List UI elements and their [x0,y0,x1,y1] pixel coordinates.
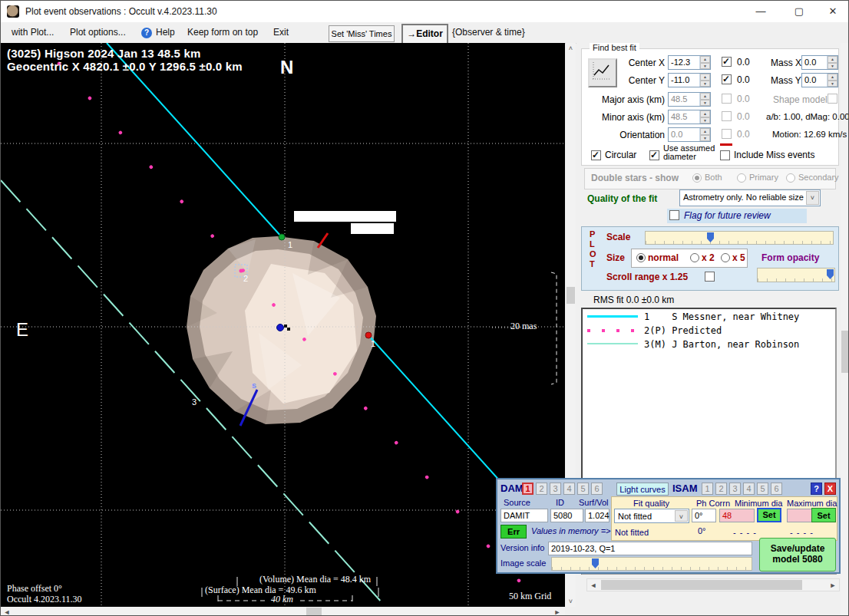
spinner-down-icon[interactable]: ▼ [700,117,710,124]
help-button[interactable]: ? [811,483,822,495]
close-panel-button[interactable]: X [824,483,836,495]
menu-plot-options[interactable]: Plot options... [70,27,126,38]
help-icon[interactable]: ? [141,28,152,38]
spinner-down-icon[interactable]: ▼ [828,63,837,70]
image-scale-slider-thumb[interactable] [592,558,599,568]
scale-slider-thumb[interactable] [707,232,714,242]
form-opacity-slider[interactable] [757,268,835,282]
isam-tab-6[interactable]: 6 [771,483,782,495]
scroll-right-icon[interactable]: ► [828,581,837,589]
spinner-up-icon[interactable]: ▲ [700,110,710,117]
damit-tab-2[interactable]: 2 [536,483,547,495]
form-opacity-slider-thumb[interactable] [827,269,834,279]
dropdown-arrow-icon[interactable]: ˅ [806,191,819,205]
spinner-down-icon[interactable]: ▼ [828,81,837,87]
scrollbar-thumb[interactable] [841,331,849,373]
scroll-down-icon[interactable]: ˅ [566,598,576,605]
quality-dropdown[interactable]: Astrometry only. No reliable size ˅ [679,189,821,206]
ph-corrn-value[interactable]: 0° [692,509,716,522]
fit-quality-dropdown[interactable]: Not fitted ˅ [614,509,689,523]
damit-tab-1[interactable]: 1 [522,483,534,495]
spinner-up-icon[interactable]: ▲ [700,128,710,135]
spinner-up-icon[interactable]: ▲ [700,56,710,63]
min-dia-value[interactable]: 48 [719,509,755,522]
editor-button[interactable]: →Editor [401,24,448,44]
scroll-range-checkbox[interactable] [705,272,715,282]
set-min-button[interactable]: Set [757,508,781,522]
use-assumed-label-2: diameter [663,152,696,161]
sky-plane-plot[interactable]: (3025) Higson 2024 Jan 13 48.5 km Geocen… [1,43,565,607]
spinner-down-icon[interactable]: ▼ [700,63,710,70]
menu-keep-on-top[interactable]: Keep form on top [187,27,258,38]
observer-row[interactable]: 3(M) J Barton, near Robinson [583,338,835,351]
menu-with-plot[interactable]: with Plot... [12,27,54,38]
observer-row[interactable]: 1 S Messner, near Whitney [583,311,835,323]
center-y-spinner[interactable]: -11.0 ▲▼ [668,73,711,87]
close-button[interactable]: ✕ [816,1,849,22]
scrollbar-thumb[interactable] [601,580,802,590]
use-assumed-diameter-checkbox[interactable]: ✓ [649,150,659,160]
isam-tab-1[interactable]: 1 [702,483,713,495]
spinner-down-icon[interactable]: ▼ [700,81,710,87]
light-curves-button[interactable]: Light curves [616,483,669,496]
major-axis-spinner[interactable]: 48.5 ▲▼ [668,92,711,107]
surfvol-value[interactable]: 1.024 [585,509,609,522]
err-button[interactable]: Err [500,525,527,539]
mass-y-spinner[interactable]: 0.0 ▲▼ [801,73,838,87]
spinner-down-icon[interactable]: ▼ [700,135,710,142]
size-normal-radio[interactable] [636,253,646,262]
spinner-up-icon[interactable]: ▲ [828,74,837,81]
center-y-zero-checkbox[interactable]: ✓ [722,74,732,84]
panel-horizontal-scrollbar[interactable]: ◄ ► [586,578,840,591]
orientation-spinner[interactable]: 0.0 ▲▼ [668,127,711,142]
mass-x-spinner[interactable]: 0.0 ▲▼ [801,55,838,70]
center-x-zero-checkbox[interactable]: ✓ [722,57,732,67]
scrollbar-thumb[interactable] [306,608,322,616]
maximize-button[interactable]: ▢ [782,1,816,22]
scroll-left-icon[interactable]: ◄ [589,581,598,589]
spinner-up-icon[interactable]: ▲ [700,74,710,81]
damit-panel: DAMIT 1 2 3 4 5 6 Light curves ISAM 1 2 … [496,478,841,574]
isam-tab-2[interactable]: 2 [715,483,727,495]
chord1-legend-line [587,315,638,318]
isam-tab-5[interactable]: 5 [757,483,768,495]
isam-tab-4[interactable]: 4 [743,483,755,495]
circular-checkbox[interactable]: ✓ [591,150,601,160]
scrollbar-thumb[interactable] [567,287,575,304]
id-value[interactable]: 5080 [550,509,583,522]
scroll-up-icon[interactable]: ˄ [566,44,576,52]
plot-fit-button[interactable] [588,58,617,87]
set-miss-times-button[interactable]: Set 'Miss' Times [329,25,395,42]
spinner-up-icon[interactable]: ▲ [828,56,837,63]
observer-row[interactable]: 2(P) Predicted [583,324,835,337]
size-x2-radio[interactable] [690,253,699,262]
isam-tab-3[interactable]: 3 [729,483,741,495]
flag-review-checkbox[interactable] [669,210,679,220]
scale-slider[interactable] [645,231,834,245]
set-max-button[interactable]: Set [811,508,836,522]
menu-exit[interactable]: Exit [273,27,289,38]
dropdown-arrow-icon[interactable]: ˅ [675,510,688,522]
image-scale-slider[interactable] [551,557,752,571]
version-info-value[interactable]: 2019-10-23, Q=1 [548,542,752,555]
minimize-button[interactable]: — [744,1,778,22]
menu-help[interactable]: Help [156,27,175,38]
source-value[interactable]: DAMIT [500,509,548,522]
spinner-down-icon[interactable]: ▼ [700,100,710,107]
damit-tab-6[interactable]: 6 [591,483,603,495]
size-x5-radio[interactable] [721,253,730,262]
plot-horizontal-scrollbar[interactable]: ◄ ► [1,607,565,616]
scroll-right-icon[interactable]: ► [553,608,562,616]
shape-model-label: Shape model [773,94,828,105]
damit-tab-5[interactable]: 5 [577,483,589,495]
include-miss-checkbox[interactable] [720,150,730,160]
damit-tab-4[interactable]: 4 [563,483,575,495]
memory-max-value: - - - - [790,528,814,537]
center-x-spinner[interactable]: -12.3 ▲▼ [668,55,711,70]
scroll-left-icon[interactable]: ◄ [2,608,12,616]
damit-tab-3[interactable]: 3 [550,483,561,495]
save-update-button[interactable]: Save/update model 5080 [759,538,836,572]
minor-axis-spinner[interactable]: 48.5 ▲▼ [668,110,711,124]
double-both-label: Both [705,173,722,182]
spinner-up-icon[interactable]: ▲ [700,93,710,100]
